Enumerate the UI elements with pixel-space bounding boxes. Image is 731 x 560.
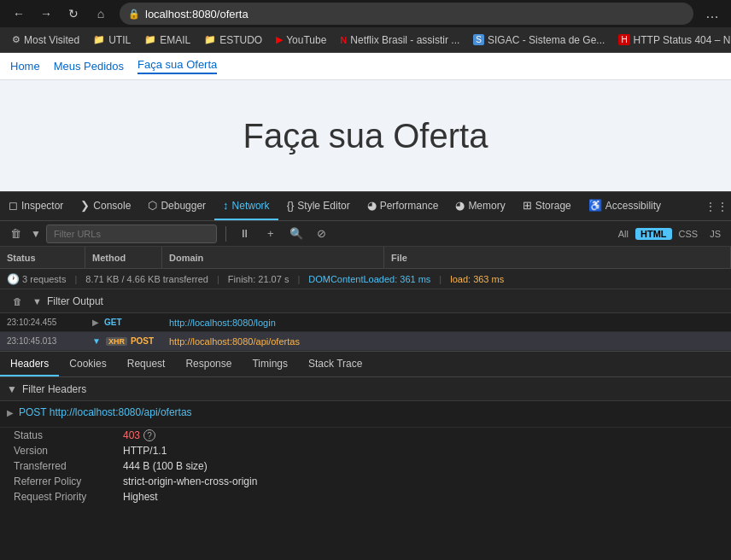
pause-button[interactable]: ⏸: [235, 224, 255, 244]
request-url: http://localhost:8080/login: [169, 318, 276, 328]
page-heading: Faça sua Oferta: [243, 117, 488, 155]
requests-count: 🕐 3 requests: [7, 273, 66, 285]
tab-storage[interactable]: ⊞ Storage: [514, 192, 580, 220]
tab-inspector[interactable]: ◻ Inspector: [0, 192, 72, 220]
finish-time: Finish: 21.07 s: [228, 274, 289, 284]
filter-js[interactable]: JS: [705, 228, 726, 240]
detail-tab-headers[interactable]: Headers: [0, 352, 59, 376]
transferred-value: 444 B (100 B size): [123, 460, 208, 472]
add-button[interactable]: +: [260, 224, 281, 244]
tab-performance-label: Performance: [380, 200, 439, 212]
address-bar[interactable]: 🔒 localhost:8080/oferta: [120, 3, 693, 25]
table-row[interactable]: 23:10:45.013 ▼ XHR POST http://localhost…: [0, 332, 731, 351]
detail-tab-response[interactable]: Response: [175, 352, 242, 376]
tab-console[interactable]: ❯ Console: [72, 192, 139, 220]
bookmark-netflix[interactable]: N Netflix Brasil - assistir ...: [335, 32, 465, 48]
detail-tabs: Headers Cookies Request Response Timings…: [0, 352, 731, 377]
more-tools-button[interactable]: ⋮⋮: [705, 195, 728, 218]
refresh-button[interactable]: ↻: [61, 2, 85, 26]
bookmark-youtube[interactable]: ▶ YouTube: [271, 32, 331, 48]
detail-tab-timings[interactable]: Timings: [242, 352, 298, 376]
domain-column-header[interactable]: Domain: [162, 247, 384, 268]
detail-tab-request[interactable]: Request: [117, 352, 176, 376]
method-cell: ▼ XHR POST: [85, 336, 162, 346]
status-column-header[interactable]: Status: [0, 247, 85, 268]
bookmark-sigac[interactable]: S SIGAC - Sistema de Ge...: [468, 32, 610, 48]
bookmark-label: EMAIL: [160, 34, 190, 46]
tab-accessibility[interactable]: ♿ Accessibility: [580, 192, 670, 220]
nav-faca-sua-oferta[interactable]: Faça sua Oferta: [137, 58, 217, 74]
request-url: http://localhost:8080/api/ofertas: [169, 336, 300, 347]
expand-arrow: ▼: [92, 336, 101, 346]
method-column-header[interactable]: Method: [85, 247, 162, 268]
bookmark-util[interactable]: 📁 UTIL: [88, 32, 136, 48]
timestamp: 23:10:45.013: [7, 336, 56, 346]
filter-html[interactable]: HTML: [635, 228, 672, 240]
filter-types: All HTML CSS JS: [613, 228, 726, 240]
network-icon: ↕: [223, 199, 229, 212]
filter-css[interactable]: CSS: [674, 228, 704, 240]
block-button[interactable]: ⊘: [312, 224, 332, 244]
tab-memory[interactable]: ◕ Memory: [447, 192, 513, 220]
clear-network-button[interactable]: 🗑: [5, 224, 26, 244]
referrer-policy-label: Referrer Policy: [14, 475, 116, 487]
section-header[interactable]: ▶ POST http://localhost:8080/api/ofertas: [7, 406, 724, 418]
nav-home[interactable]: Home: [10, 60, 40, 73]
bookmark-label: UTIL: [108, 34, 131, 46]
filter-urls-input[interactable]: [46, 225, 217, 243]
method-label: GET: [104, 318, 122, 327]
referrer-policy-value: strict-origin-when-cross-origin: [123, 475, 257, 487]
bookmark-most-visited[interactable]: ⚙ Most Visited: [7, 32, 85, 48]
tab-network[interactable]: ↕ Network: [214, 192, 278, 220]
home-button[interactable]: ⌂: [89, 2, 113, 26]
tab-network-label: Network: [232, 200, 270, 212]
nav-meus-pedidos[interactable]: Meus Pedidos: [54, 60, 124, 73]
request-priority-label: Request Priority: [14, 491, 116, 503]
status-cell: 23:10:45.013: [0, 336, 85, 346]
tab-style-editor[interactable]: {} Style Editor: [278, 192, 359, 220]
console-icon: ❯: [80, 199, 90, 212]
referrer-policy-row: Referrer Policy strict-origin-when-cross…: [0, 474, 731, 489]
request-priority-value: Highest: [123, 491, 158, 503]
bookmark-label: Netflix Brasil - assistir ...: [350, 34, 459, 46]
filter-output-label: Filter Output: [47, 295, 103, 307]
detail-tab-stack-trace[interactable]: Stack Trace: [298, 352, 372, 376]
filter-icon: ▼: [31, 228, 41, 240]
network-filter-toolbar: 🗑 ▼ ⏸ + 🔍 ⊘ All HTML CSS JS: [0, 221, 731, 247]
xhr-badge: XHR: [106, 337, 127, 346]
style-editor-icon: {}: [287, 199, 295, 212]
tab-debugger-label: Debugger: [161, 200, 206, 212]
detail-filter-bar: ▼ Filter Headers: [0, 377, 731, 401]
clear-output-button[interactable]: 🗑: [7, 291, 27, 312]
load-time[interactable]: load: 363 ms: [450, 274, 504, 284]
memory-icon: ◕: [455, 199, 465, 212]
search-button[interactable]: 🔍: [286, 224, 307, 244]
section-title: POST http://localhost:8080/api/ofertas: [19, 406, 192, 418]
back-button[interactable]: ←: [7, 2, 31, 26]
youtube-icon: ▶: [276, 34, 283, 45]
version-value: HTTP/1.1: [123, 445, 167, 457]
browser-menu-button[interactable]: …: [700, 2, 724, 26]
bookmark-http404[interactable]: H HTTP Status 404 – Not ...: [613, 32, 731, 48]
tab-performance[interactable]: ◕ Performance: [359, 192, 447, 220]
tab-debugger[interactable]: ⬡ Debugger: [139, 192, 214, 220]
filter-all[interactable]: All: [613, 228, 634, 240]
detail-pane: Headers Cookies Request Response Timings…: [0, 351, 731, 505]
sigac-icon: S: [473, 34, 484, 45]
bookmark-email[interactable]: 📁 EMAIL: [139, 32, 196, 48]
output-filter-bar: 🗑 ▼ Filter Output: [0, 289, 731, 313]
detail-tab-cookies[interactable]: Cookies: [59, 352, 116, 376]
folder-icon: 📁: [144, 34, 156, 45]
devtools-toolbar: ◻ Inspector ❯ Console ⬡ Debugger ↕ Netwo…: [0, 192, 731, 221]
dom-content-loaded[interactable]: DOMContentLoaded: 361 ms: [308, 274, 430, 284]
page-content: Faça sua Oferta: [0, 80, 731, 191]
file-column-header[interactable]: File: [384, 247, 731, 268]
devtools-actions: ⋮⋮: [705, 195, 731, 218]
filter-output-icon: ▼: [32, 296, 42, 306]
info-icon[interactable]: ?: [143, 429, 155, 441]
table-row[interactable]: 23:10:24.455 ▶ GET http://localhost:8080…: [0, 313, 731, 332]
forward-button[interactable]: →: [34, 2, 58, 26]
bookmark-label: SIGAC - Sistema de Ge...: [488, 34, 605, 46]
bookmark-estudo[interactable]: 📁 ESTUDO: [199, 32, 267, 48]
timestamp: 23:10:24.455: [7, 318, 56, 327]
